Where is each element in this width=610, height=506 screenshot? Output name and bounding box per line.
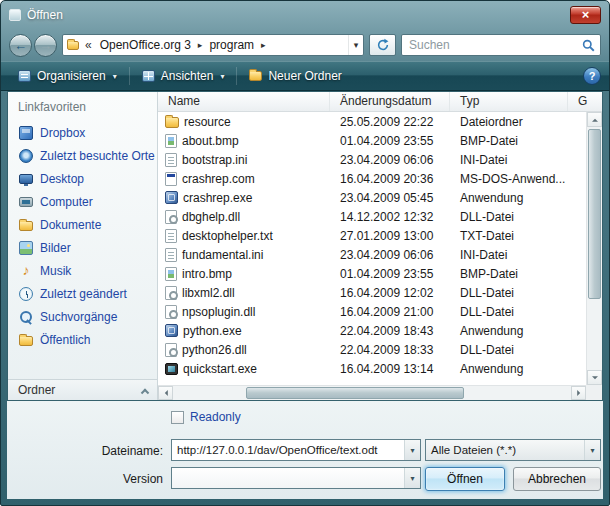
table-row[interactable]: crashrep.exe 23.04.2009 05:45 Anwendung: [158, 188, 586, 207]
horizontal-scroll-thumb[interactable]: [246, 387, 464, 399]
file-date-cell: 16.04.2009 12:02: [330, 286, 450, 300]
table-row[interactable]: python26.dll 22.04.2009 18:33 DLL-Datei: [158, 340, 586, 359]
vertical-scroll-thumb[interactable]: [588, 129, 601, 299]
chevron-down-icon[interactable]: ▾: [584, 440, 600, 460]
table-row[interactable]: libxml2.dll 16.04.2009 12:02 DLL-Datei: [158, 283, 586, 302]
table-row[interactable]: bootstrap.ini 23.04.2009 06:06 INI-Datei: [158, 150, 586, 169]
file-type-cell: DLL-Datei: [450, 286, 568, 300]
table-row[interactable]: intro.bmp 01.04.2009 23:55 BMP-Datei: [158, 264, 586, 283]
readonly-checkbox[interactable]: [171, 411, 184, 424]
views-button[interactable]: Ansichten ▾: [133, 65, 234, 88]
table-row[interactable]: npsoplugin.dll 16.04.2009 21:00 DLL-Date…: [158, 302, 586, 321]
file-name-cell: python26.dll: [158, 343, 330, 357]
arrow-up-icon: [592, 115, 598, 121]
filetype-value: Alle Dateien (*.*): [426, 444, 584, 456]
chevron-right-icon[interactable]: ▸: [259, 40, 268, 50]
sidebar-item[interactable]: Desktop: [8, 167, 157, 190]
filename-value[interactable]: http://127.0.0.1/dav/OpenOffice/text.odt: [172, 444, 404, 456]
open-button-label: Öffnen: [447, 472, 483, 486]
table-row[interactable]: about.bmp 01.04.2009 23:55 BMP-Datei: [158, 131, 586, 150]
breadcrumb-collapsed-icon[interactable]: «: [82, 38, 95, 52]
refresh-button[interactable]: [369, 34, 396, 56]
forward-button[interactable]: →: [34, 34, 57, 57]
sidebar-item[interactable]: Computer: [8, 190, 157, 213]
pictures-icon: [19, 241, 33, 255]
help-button[interactable]: ?: [583, 67, 601, 85]
back-button[interactable]: ←: [9, 34, 32, 57]
close-icon: ×: [582, 7, 590, 22]
toolbar-separator: [129, 67, 130, 85]
search-placeholder: Suchen: [409, 38, 582, 52]
cancel-button[interactable]: Abbrechen: [513, 467, 601, 491]
breadcrumb-dropdown-button[interactable]: ▾: [348, 35, 363, 55]
table-row[interactable]: quickstart.exe 16.04.2009 13:14 Anwendun…: [158, 359, 586, 378]
filename-combobox[interactable]: http://127.0.0.1/dav/OpenOffice/text.odt…: [171, 439, 421, 461]
table-row[interactable]: fundamental.ini 23.04.2009 06:06 INI-Dat…: [158, 245, 586, 264]
file-name-cell: bootstrap.ini: [158, 153, 330, 167]
table-row[interactable]: python.exe 22.04.2009 18:43 Anwendung: [158, 321, 586, 340]
sidebar-item[interactable]: Bilder: [8, 236, 157, 259]
file-date-cell: 16.04.2009 20:36: [330, 172, 450, 186]
breadcrumb-item-openoffice[interactable]: OpenOffice.org 3: [95, 38, 196, 52]
table-row[interactable]: desktophelper.txt 27.01.2009 13:00 TXT-D…: [158, 226, 586, 245]
breadcrumb-item-program[interactable]: program: [204, 38, 259, 52]
vertical-scrollbar[interactable]: [586, 112, 602, 385]
scroll-left-button[interactable]: [158, 386, 173, 400]
command-toolbar: Organisieren ▾ Ansichten ▾ Neuer Ordner …: [1, 61, 609, 91]
column-header-size[interactable]: G: [568, 92, 602, 111]
folder-icon: [165, 117, 179, 128]
column-header-name[interactable]: Name: [158, 92, 330, 111]
scroll-right-button[interactable]: [571, 386, 586, 400]
sidebar-item[interactable]: Musik: [8, 259, 157, 282]
arrow-down-icon: [592, 376, 598, 382]
horizontal-scrollbar[interactable]: [158, 385, 586, 400]
chevron-right-icon[interactable]: ▸: [196, 40, 205, 50]
sidebar-item-label: Dokumente: [40, 218, 101, 232]
file-type-cell: Anwendung: [450, 324, 568, 338]
dll-file-icon: [165, 343, 177, 357]
sidebar-item[interactable]: Öffentlich: [8, 328, 157, 351]
new-folder-button[interactable]: Neuer Ordner: [240, 65, 350, 88]
sidebar-item[interactable]: Zuletzt geändert: [8, 282, 157, 305]
file-name-cell: npsoplugin.dll: [158, 305, 330, 319]
table-row[interactable]: dbghelp.dll 14.12.2002 12:32 DLL-Datei: [158, 207, 586, 226]
sidebar-item[interactable]: Zuletzt besuchte Orte: [8, 144, 157, 167]
file-name: python26.dll: [182, 343, 247, 357]
titlebar[interactable]: Öffnen: [1, 1, 609, 29]
sidebar-item[interactable]: Dropbox: [8, 121, 157, 144]
desktop-icon: [19, 174, 33, 184]
file-name-cell: resource: [158, 115, 330, 129]
close-button[interactable]: ×: [570, 6, 601, 24]
search-input[interactable]: Suchen: [401, 34, 601, 56]
column-header-type[interactable]: Typ: [450, 92, 568, 111]
table-row[interactable]: resource 25.05.2009 22:22 Dateiordner: [158, 112, 586, 131]
sidebar-item[interactable]: Dokumente: [8, 213, 157, 236]
chevron-down-icon[interactable]: ▾: [404, 440, 420, 460]
navigation-bar: ← → « OpenOffice.org 3 ▸ program ▸ ▾ Suc…: [1, 29, 609, 61]
chevron-down-icon[interactable]: ▾: [404, 468, 420, 488]
file-name: crashrep.exe: [183, 191, 252, 205]
folders-expander[interactable]: Ordner: [8, 379, 157, 400]
dos-file-icon: [165, 172, 177, 186]
open-button[interactable]: Öffnen: [425, 467, 505, 491]
scroll-down-button[interactable]: [587, 370, 602, 385]
table-row[interactable]: crashrep.com 16.04.2009 20:36 MS-DOS-Anw…: [158, 169, 586, 188]
sidebar-item-label: Öffentlich: [40, 333, 90, 347]
readonly-label[interactable]: Readonly: [190, 410, 241, 424]
browser-area: Linkfavoriten Dropbox Zuletzt besuchte O…: [7, 91, 603, 401]
sidebar-item[interactable]: Suchvorgänge: [8, 305, 157, 328]
chevron-down-icon: ▾: [113, 72, 117, 81]
favorites-header: Linkfavoriten: [8, 97, 157, 121]
sidebar-item-label: Computer: [40, 195, 93, 209]
filetype-combobox[interactable]: Alle Dateien (*.*) ▾: [425, 439, 601, 461]
version-combobox[interactable]: ▾: [171, 467, 421, 489]
scroll-up-button[interactable]: [587, 112, 602, 127]
file-name-cell: intro.bmp: [158, 267, 330, 281]
organize-button[interactable]: Organisieren ▾: [9, 65, 126, 88]
file-date-cell: 22.04.2009 18:43: [330, 324, 450, 338]
file-date-cell: 01.04.2009 23:55: [330, 267, 450, 281]
file-name: dbghelp.dll: [182, 210, 240, 224]
help-icon: ?: [589, 70, 596, 82]
breadcrumb[interactable]: « OpenOffice.org 3 ▸ program ▸ ▾: [62, 34, 364, 56]
column-header-date[interactable]: Änderungsdatum: [330, 92, 450, 111]
